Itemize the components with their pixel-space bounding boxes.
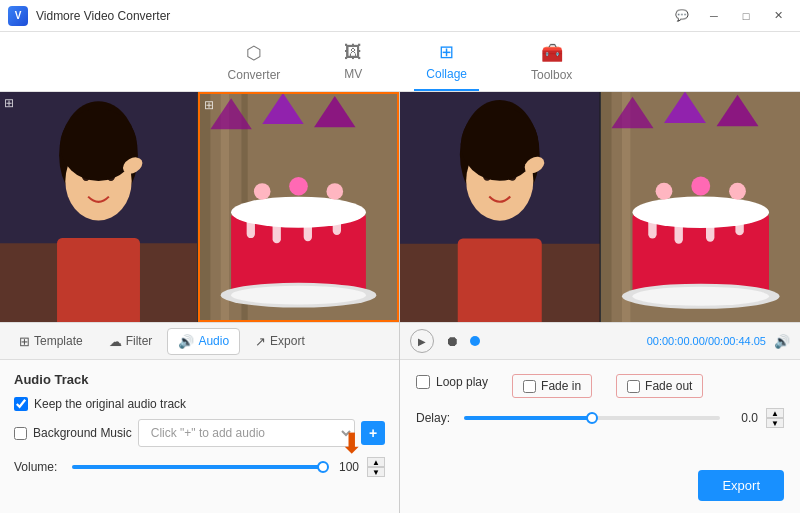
filter-label: Filter <box>126 334 153 348</box>
delay-up-button[interactable]: ▲ <box>766 408 784 418</box>
delay-slider[interactable] <box>464 416 720 420</box>
fade-out-checkbox[interactable] <box>627 380 640 393</box>
volume-stepper: ▲ ▼ <box>367 457 385 477</box>
svg-point-46 <box>729 183 746 200</box>
delay-down-button[interactable]: ▼ <box>766 418 784 428</box>
svg-rect-49 <box>706 212 714 241</box>
app-icon: V <box>8 6 28 26</box>
volume-label: Volume: <box>14 460 64 474</box>
nav-toolbox-label: Toolbox <box>531 68 572 82</box>
volume-thumb[interactable] <box>317 461 329 473</box>
loop-play-label: Loop play <box>436 375 488 389</box>
fade-in-checkbox[interactable] <box>523 380 536 393</box>
converter-icon: ⬡ <box>246 42 262 64</box>
mv-icon: 🖼 <box>344 42 362 63</box>
maximize-button[interactable]: □ <box>732 6 760 26</box>
filter-button[interactable]: ☁ Filter <box>98 328 164 355</box>
nav-mv[interactable]: 🖼 MV <box>332 34 374 89</box>
left-preview: ⊞ <box>0 92 399 322</box>
delay-stepper: ▲ ▼ <box>766 408 784 428</box>
nav-converter-label: Converter <box>228 68 281 82</box>
music-select[interactable]: Click "+" to add audio <box>138 419 355 447</box>
loop-play-row: Loop play <box>416 375 488 389</box>
nav-converter[interactable]: ⬡ Converter <box>216 34 293 90</box>
nav-toolbox[interactable]: 🧰 Toolbox <box>519 34 584 90</box>
delay-fill <box>464 416 592 420</box>
fade-in-option: Fade in <box>512 374 592 398</box>
right-clip-1 <box>400 92 601 322</box>
app-title: Vidmore Video Converter <box>36 9 170 23</box>
volume-down-button[interactable]: ▼ <box>367 467 385 477</box>
fade-out-label: Fade out <box>645 379 692 393</box>
fade-out-option: Fade out <box>616 374 703 398</box>
fade-in-label: Fade in <box>541 379 581 393</box>
delay-value: 0.0 <box>728 411 758 425</box>
export-button[interactable]: Export <box>698 470 784 501</box>
progress-indicator <box>470 336 480 346</box>
volume-slider[interactable] <box>72 465 323 469</box>
bg-music-checkbox[interactable] <box>14 427 27 440</box>
close-button[interactable]: ✕ <box>764 6 792 26</box>
volume-control-icon[interactable]: 🔊 <box>774 334 790 349</box>
template-button[interactable]: ⊞ Template <box>8 328 94 355</box>
svg-rect-10 <box>200 94 210 320</box>
nav-mv-label: MV <box>344 67 362 81</box>
svg-rect-50 <box>735 212 743 235</box>
right-clip-2 <box>601 92 801 322</box>
nav-collage[interactable]: ⊞ Collage <box>414 33 479 91</box>
svg-point-19 <box>289 177 308 196</box>
svg-rect-31 <box>458 239 542 323</box>
keep-original-checkbox[interactable] <box>14 397 28 411</box>
left-toolbar: ⊞ Template ☁ Filter 🔊 Audio ↗ Export <box>0 322 399 360</box>
loop-play-checkbox[interactable] <box>416 375 430 389</box>
clip-1-frame <box>0 92 197 322</box>
keep-original-label: Keep the original audio track <box>34 397 186 411</box>
toolbox-icon: 🧰 <box>541 42 563 64</box>
audio-button[interactable]: 🔊 Audio <box>167 328 240 355</box>
delay-row: Delay: 0.0 ▲ ▼ <box>416 408 784 428</box>
playback-controls: ▶ ⏺ 00:00:00.00/00:00:44.05 🔊 <box>400 322 800 360</box>
right-panel: ▶ ⏺ 00:00:00.00/00:00:44.05 🔊 Loop play … <box>400 92 800 513</box>
svg-rect-23 <box>304 212 312 241</box>
volume-value: 100 <box>331 460 359 474</box>
clip-2-frame <box>200 94 397 320</box>
play-button[interactable]: ▶ <box>410 329 434 353</box>
volume-up-button[interactable]: ▲ <box>367 457 385 467</box>
collage-icon: ⊞ <box>439 41 454 63</box>
volume-fill <box>72 465 323 469</box>
keep-original-row: Keep the original audio track <box>14 397 385 411</box>
template-icon: ⊞ <box>19 334 30 349</box>
chat-button[interactable]: 💬 <box>668 6 696 26</box>
svg-point-20 <box>326 183 343 200</box>
minimize-button[interactable]: ─ <box>700 6 728 26</box>
bg-music-row: Background Music Click "+" to add audio … <box>14 419 385 447</box>
svg-point-45 <box>691 177 710 196</box>
title-bar: V Vidmore Video Converter 💬 ─ □ ✕ <box>0 0 800 32</box>
arrow-indicator: ⬇ <box>340 427 363 460</box>
export-toolbar-button[interactable]: ↗ Export <box>244 328 316 355</box>
bg-music-label: Background Music <box>33 426 132 440</box>
clip-1[interactable]: ⊞ <box>0 92 198 322</box>
audio-icon: 🔊 <box>178 334 194 349</box>
clip-1-icon: ⊞ <box>4 96 14 110</box>
volume-row: Volume: 100 ▲ ▼ <box>14 457 385 477</box>
svg-rect-22 <box>273 212 281 243</box>
svg-rect-24 <box>333 212 341 235</box>
svg-point-44 <box>655 183 672 200</box>
time-display: 00:00:00.00/00:00:44.05 <box>647 335 766 347</box>
delay-thumb[interactable] <box>586 412 598 424</box>
clip-2[interactable]: ⊞ <box>198 92 399 322</box>
stop-button[interactable]: ⏺ <box>442 331 462 351</box>
options-row: Loop play Fade in Fade out <box>416 374 784 398</box>
title-bar-left: V Vidmore Video Converter <box>8 6 170 26</box>
nav-collage-label: Collage <box>426 67 467 81</box>
export-label: Export <box>270 334 305 348</box>
filter-icon: ☁ <box>109 334 122 349</box>
svg-point-52 <box>632 287 769 306</box>
template-label: Template <box>34 334 83 348</box>
audio-section-title: Audio Track <box>14 372 385 387</box>
svg-point-18 <box>254 183 271 200</box>
add-music-button[interactable]: + <box>361 421 385 445</box>
svg-rect-37 <box>601 92 612 322</box>
delay-label: Delay: <box>416 411 456 425</box>
